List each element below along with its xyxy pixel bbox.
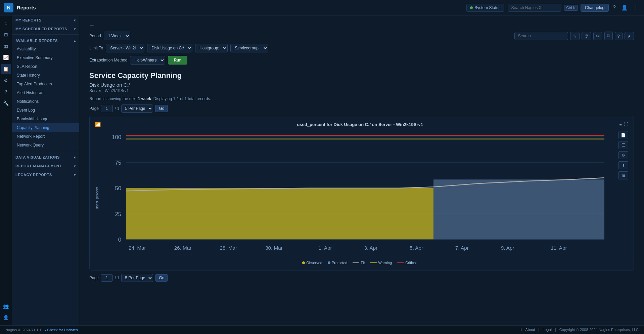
sidebar-item-sla-report[interactable]: SLA Report [12,62,79,71]
user-icon-button[interactable]: 👤 [620,4,629,11]
sidebar-item-top-alert-producers[interactable]: Top Alert Producers [12,80,79,88]
report-search-input[interactable] [514,32,568,40]
bottom-page-of: / 1 [115,276,119,280]
chart-y-axis-label: used_percent [95,131,100,265]
bottom-pagination-row: Page / 1 5 Per Page Go [89,274,634,282]
info-button[interactable]: ? [615,32,623,40]
chart-header-actions: ≡ ⛶ [619,122,628,127]
help-icon-button[interactable]: ? [611,4,617,11]
legend-fit-line [353,262,359,263]
sidebar-item-alert-histogram[interactable]: Alert Histogram [12,88,79,97]
legend-warning: Warning [370,261,392,265]
sidebar-item-notifications[interactable]: Notifications [12,97,79,106]
sidebar-report-mgmt-header[interactable]: Report Management ▾ [12,161,79,170]
footer-update-link[interactable]: • Check for Updates [45,328,78,332]
footer-about-link[interactable]: About [525,328,535,332]
report-subtitle: Disk Usage on C:/ [89,82,634,88]
period-label: Period [89,34,101,38]
favorite-button[interactable]: ☆ [570,32,580,40]
legend-predicted: Predicted [328,261,347,265]
chart-signal-icon: 📶 [95,122,101,127]
legacy-reports-chevron: ▾ [74,173,76,177]
footer-legal-link[interactable]: Legal [543,328,552,332]
bottom-page-input[interactable] [101,274,113,282]
shortcut-badge: Ctrl K [564,5,578,11]
limit-to-label: Limit To [89,46,103,50]
sidebar-item-network-query[interactable]: Network Query [12,141,79,150]
changelog-button[interactable]: Changelog [581,4,609,12]
chart-download-csv-button[interactable]: 📄 [618,131,628,139]
sidebar-scheduled-reports-header[interactable]: My Scheduled Reports ▾ [12,24,79,33]
sidebar-my-reports-header[interactable]: My Reports ▾ [12,15,79,24]
sidebar-divider-1 [12,34,79,35]
email-button[interactable]: ✉ [593,32,602,40]
chart-container: 📶 used_percent for Disk Usage on C:/ on … [89,116,634,270]
toolbar-row-2: Limit To Server - Win2l Disk Usage on C:… [89,44,634,52]
sidebar-legacy-reports-header[interactable]: Legacy Reports ▾ [12,170,79,179]
svg-text:24. Mar: 24. Mar [129,245,146,251]
footer-sep-2: | [555,328,556,332]
chart-fullscreen-button[interactable]: 🖥 [618,171,628,179]
sidebar-item-event-log[interactable]: Event Log [12,106,79,115]
top-per-page-select[interactable]: 5 Per Page [121,105,153,113]
system-status-badge[interactable]: System Status [466,4,504,12]
nav-right-area: Ctrl K Changelog ? 👤 ⋮ [508,4,640,12]
nav-reports[interactable]: 📋 [1,64,11,74]
chart-save-button[interactable]: ⬇ [618,161,628,169]
top-page-input[interactable] [101,105,113,112]
more-options-button[interactable]: ⋮ [632,4,640,11]
chart-menu-button[interactable]: ≡ [619,122,622,127]
extrapolation-select[interactable]: Holt-Winters [130,56,165,65]
global-search-input[interactable] [508,4,561,12]
toolbar-right-actions: ☆ ⏱ ✉ ⧉ ? ★ [514,32,634,40]
schedule-button[interactable]: ⏱ [582,32,591,40]
sidebar-data-viz-header[interactable]: Data Visualizations ▾ [12,153,79,161]
app-logo: N [4,3,13,12]
star-button[interactable]: ★ [625,32,634,40]
sidebar-item-availability[interactable]: Availability [12,45,79,53]
sidebar-item-state-history[interactable]: State History [12,71,79,80]
sidebar-item-executive-summary[interactable]: Executive Summary [12,53,79,62]
svg-text:26. Mar: 26. Mar [174,245,192,251]
chart-list-view-button[interactable]: ☰ [618,141,628,149]
nav-user[interactable]: 👤 [1,312,11,323]
back-button[interactable]: ← [89,22,95,28]
chart-expand-button[interactable]: ⛶ [624,122,628,127]
footer-copyright: Copyright © 2008-2024 Nagios Enterprises… [559,328,639,332]
report-title-section: Service Capacity Planning Disk Usage on … [89,71,634,93]
nav-home[interactable]: ⌂ [1,18,11,28]
nav-chart[interactable]: 📈 [1,52,11,62]
sidebar-item-network-report[interactable]: Network Report [12,132,79,141]
report-mgmt-chevron: ▾ [74,164,76,168]
main-layout: ⌂ ⊞ ▦ 📈 📋 ⚙ ? 🔧 👥 👤 My Reports ▾ My Sche… [0,15,644,325]
chart-config-button[interactable]: ⚙ [618,151,628,159]
nav-tools[interactable]: 🔧 [1,98,11,108]
main-content: ← Period 1 Week ☆ ⏱ ✉ ⧉ ? ★ Limit To Ser… [79,15,644,325]
bottom-per-page-select[interactable]: 5 Per Page [121,274,153,282]
svg-rect-12 [126,188,433,240]
nav-team[interactable]: 👥 [1,301,11,311]
sidebar-item-bandwidth-usage[interactable]: Bandwidth Usage [12,115,79,123]
limit-to-select[interactable]: Server - Win2l [106,44,144,52]
svg-text:75: 75 [115,160,121,166]
top-navigation: N Reports System Status Ctrl K Changelog… [0,0,644,15]
sidebar-item-capacity-planning[interactable]: Capacity Planning [12,123,79,132]
nav-dashboard[interactable]: ▦ [1,41,11,51]
status-label: System Status [474,5,500,10]
period-select[interactable]: 1 Week [104,32,130,40]
svg-rect-13 [433,179,604,239]
nav-grid[interactable]: ⊞ [1,30,11,40]
metric-select[interactable]: Disk Usage on C:/ [147,44,192,52]
status-indicator [470,6,473,9]
export-button[interactable]: ⧉ [604,32,613,40]
nav-settings[interactable]: ⚙ [1,75,11,85]
run-button[interactable]: Run [168,56,187,65]
sidebar-available-reports-header[interactable]: Available Reports ▴ [12,36,79,45]
icon-bar: ⌂ ⊞ ▦ 📈 📋 ⚙ ? 🔧 👥 👤 [0,15,12,325]
top-go-button[interactable]: Go [155,105,168,112]
nav-help[interactable]: ? [1,87,11,97]
bottom-go-button[interactable]: Go [155,274,168,282]
report-main-title: Service Capacity Planning [89,71,634,80]
servicegroup-select[interactable]: Servicegroup: [230,44,268,52]
hostgroup-select[interactable]: Hostgroup: [195,44,228,52]
